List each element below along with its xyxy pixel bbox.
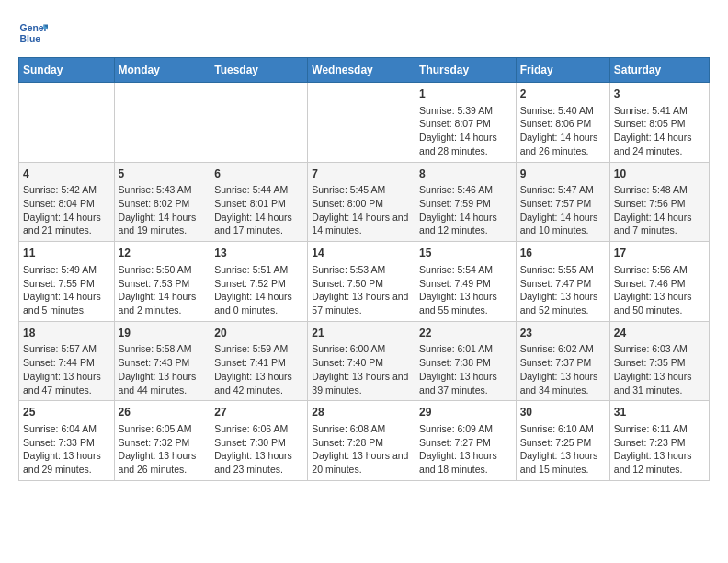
daylight-text: Daylight: 13 hours and 47 minutes. [23, 370, 110, 396]
sunset-text: Sunset: 7:59 PM [419, 197, 512, 211]
sunset-text: Sunset: 7:37 PM [520, 356, 606, 370]
calendar-cell [210, 83, 308, 163]
calendar-cell: 26Sunrise: 6:05 AMSunset: 7:32 PMDayligh… [114, 401, 210, 481]
sunset-text: Sunset: 7:43 PM [119, 356, 207, 370]
day-number: 11 [23, 246, 110, 261]
day-number: 8 [419, 167, 512, 182]
sunrise-text: Sunrise: 5:45 AM [312, 183, 411, 197]
sunset-text: Sunset: 7:44 PM [23, 356, 110, 370]
calendar-cell: 28Sunrise: 6:08 AMSunset: 7:28 PMDayligh… [308, 401, 415, 481]
daylight-text: Daylight: 14 hours and 14 minutes. [312, 211, 411, 237]
daylight-text: Daylight: 14 hours and 28 minutes. [419, 131, 512, 157]
daylight-text: Daylight: 13 hours and 26 minutes. [119, 449, 207, 476]
calendar-week-row: 4Sunrise: 5:42 AMSunset: 8:04 PMDaylight… [19, 162, 710, 242]
sunrise-text: Sunrise: 5:55 AM [520, 263, 606, 277]
calendar-cell: 9Sunrise: 5:47 AMSunset: 7:57 PMDaylight… [516, 162, 609, 242]
day-of-week-header: Wednesday [308, 58, 415, 83]
page-header: General Blue [18, 18, 710, 48]
daylight-text: Daylight: 13 hours and 15 minutes. [520, 449, 606, 476]
day-number: 26 [119, 405, 207, 420]
sunrise-text: Sunrise: 5:53 AM [312, 263, 411, 277]
calendar-cell: 22Sunrise: 6:01 AMSunset: 7:38 PMDayligh… [415, 321, 517, 401]
sunset-text: Sunset: 7:23 PM [614, 436, 705, 450]
sunset-text: Sunset: 7:56 PM [614, 197, 705, 211]
sunset-text: Sunset: 7:27 PM [419, 436, 512, 450]
sunset-text: Sunset: 7:33 PM [23, 436, 110, 450]
day-of-week-header: Sunday [19, 58, 115, 83]
calendar-week-row: 18Sunrise: 5:57 AMSunset: 7:44 PMDayligh… [19, 321, 710, 401]
calendar-cell: 2Sunrise: 5:40 AMSunset: 8:06 PMDaylight… [516, 83, 609, 163]
day-number: 23 [520, 326, 606, 341]
sunrise-text: Sunrise: 5:58 AM [119, 342, 207, 356]
calendar-cell: 11Sunrise: 5:49 AMSunset: 7:55 PMDayligh… [19, 242, 115, 322]
daylight-text: Daylight: 14 hours and 10 minutes. [520, 211, 606, 237]
sunset-text: Sunset: 8:00 PM [312, 197, 411, 211]
calendar-cell: 16Sunrise: 5:55 AMSunset: 7:47 PMDayligh… [516, 242, 609, 322]
sunrise-text: Sunrise: 6:02 AM [520, 342, 606, 356]
calendar-header-row: SundayMondayTuesdayWednesdayThursdayFrid… [19, 58, 710, 83]
sunrise-text: Sunrise: 5:54 AM [419, 263, 512, 277]
sunset-text: Sunset: 7:41 PM [214, 356, 303, 370]
sunset-text: Sunset: 7:38 PM [419, 356, 512, 370]
daylight-text: Daylight: 14 hours and 0 minutes. [214, 290, 303, 316]
day-number: 21 [312, 326, 411, 341]
sunrise-text: Sunrise: 5:59 AM [214, 342, 303, 356]
calendar-cell: 12Sunrise: 5:50 AMSunset: 7:53 PMDayligh… [114, 242, 210, 322]
day-number: 14 [312, 246, 411, 261]
sunrise-text: Sunrise: 6:05 AM [119, 422, 207, 436]
sunset-text: Sunset: 7:47 PM [520, 277, 606, 291]
day-number: 12 [119, 246, 207, 261]
sunrise-text: Sunrise: 5:49 AM [23, 263, 110, 277]
calendar-cell: 30Sunrise: 6:10 AMSunset: 7:25 PMDayligh… [516, 401, 609, 481]
calendar-cell: 6Sunrise: 5:44 AMSunset: 8:01 PMDaylight… [210, 162, 308, 242]
day-number: 18 [23, 326, 110, 341]
calendar-cell: 3Sunrise: 5:41 AMSunset: 8:05 PMDaylight… [609, 83, 709, 163]
calendar-cell: 21Sunrise: 6:00 AMSunset: 7:40 PMDayligh… [308, 321, 415, 401]
sunset-text: Sunset: 7:32 PM [119, 436, 207, 450]
sunrise-text: Sunrise: 5:41 AM [614, 104, 705, 118]
calendar-cell: 18Sunrise: 5:57 AMSunset: 7:44 PMDayligh… [19, 321, 115, 401]
daylight-text: Daylight: 13 hours and 42 minutes. [214, 370, 303, 396]
sunrise-text: Sunrise: 6:00 AM [312, 342, 411, 356]
sunset-text: Sunset: 7:55 PM [23, 277, 110, 291]
daylight-text: Daylight: 13 hours and 23 minutes. [214, 449, 303, 476]
daylight-text: Daylight: 13 hours and 29 minutes. [23, 449, 110, 476]
sunrise-text: Sunrise: 5:42 AM [23, 183, 110, 197]
sunrise-text: Sunrise: 6:04 AM [23, 422, 110, 436]
day-of-week-header: Friday [516, 58, 609, 83]
sunset-text: Sunset: 7:25 PM [520, 436, 606, 450]
day-number: 5 [119, 167, 207, 182]
calendar-week-row: 25Sunrise: 6:04 AMSunset: 7:33 PMDayligh… [19, 401, 710, 481]
sunrise-text: Sunrise: 6:11 AM [614, 422, 705, 436]
daylight-text: Daylight: 13 hours and 37 minutes. [419, 370, 512, 396]
daylight-text: Daylight: 14 hours and 21 minutes. [23, 211, 110, 237]
sunset-text: Sunset: 7:50 PM [312, 277, 411, 291]
daylight-text: Daylight: 13 hours and 44 minutes. [119, 370, 207, 396]
sunset-text: Sunset: 7:30 PM [214, 436, 303, 450]
sunset-text: Sunset: 7:40 PM [312, 356, 411, 370]
svg-text:Blue: Blue [20, 34, 41, 44]
daylight-text: Daylight: 13 hours and 55 minutes. [419, 290, 512, 316]
calendar-cell: 4Sunrise: 5:42 AMSunset: 8:04 PMDaylight… [19, 162, 115, 242]
day-number: 9 [520, 167, 606, 182]
sunrise-text: Sunrise: 5:39 AM [419, 104, 512, 118]
day-number: 13 [214, 246, 303, 261]
sunrise-text: Sunrise: 5:48 AM [614, 183, 705, 197]
calendar-cell [114, 83, 210, 163]
day-number: 16 [520, 246, 606, 261]
daylight-text: Daylight: 14 hours and 26 minutes. [520, 131, 606, 157]
sunset-text: Sunset: 7:52 PM [214, 277, 303, 291]
calendar-cell [19, 83, 115, 163]
day-number: 3 [614, 86, 705, 102]
daylight-text: Daylight: 14 hours and 17 minutes. [214, 211, 303, 237]
calendar-week-row: 1Sunrise: 5:39 AMSunset: 8:07 PMDaylight… [19, 83, 710, 163]
daylight-text: Daylight: 13 hours and 39 minutes. [312, 370, 411, 396]
sunrise-text: Sunrise: 6:08 AM [312, 422, 411, 436]
day-number: 1 [419, 86, 512, 102]
sunrise-text: Sunrise: 5:40 AM [520, 104, 606, 118]
sunset-text: Sunset: 8:05 PM [614, 117, 705, 131]
calendar-cell: 1Sunrise: 5:39 AMSunset: 8:07 PMDaylight… [415, 83, 517, 163]
calendar-cell: 8Sunrise: 5:46 AMSunset: 7:59 PMDaylight… [415, 162, 517, 242]
calendar-cell: 17Sunrise: 5:56 AMSunset: 7:46 PMDayligh… [609, 242, 709, 322]
calendar-cell: 14Sunrise: 5:53 AMSunset: 7:50 PMDayligh… [308, 242, 415, 322]
